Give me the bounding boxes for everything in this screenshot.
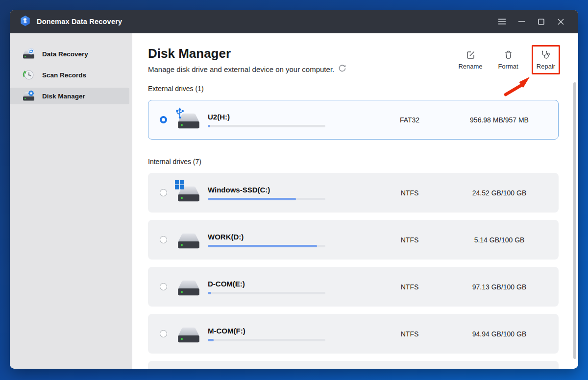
rename-label: Rename — [458, 63, 482, 70]
sidebar: Data Recovery Scan Records — [10, 33, 132, 369]
drive-row-partial[interactable] — [148, 361, 559, 369]
drive-name: Windows-SSD(C:) — [208, 186, 325, 194]
main-panel: Disk Manager Manage disk drive and exter… — [132, 33, 578, 369]
repair-label: Repair — [537, 63, 555, 70]
hard-drive-icon — [176, 230, 201, 250]
capacity-label: 24.52 GB/100 GB — [460, 189, 539, 197]
sidebar-item-scan-records[interactable]: Scan Records — [10, 67, 129, 83]
windows-drive-icon — [176, 183, 201, 203]
rename-button[interactable]: Rename — [456, 45, 485, 74]
sidebar-item-data-recovery[interactable]: Data Recovery — [10, 46, 129, 62]
radio-unselected[interactable] — [160, 189, 167, 196]
repair-button[interactable]: Repair — [532, 45, 560, 74]
minimize-button[interactable] — [512, 10, 531, 33]
drive-row-windows-ssd-c[interactable]: Windows-SSD(C:) NTFS 24.52 GB/100 GB — [148, 173, 559, 213]
close-icon — [558, 19, 564, 25]
capacity-label: 94.94 GB/100 GB — [460, 330, 539, 338]
page-subtitle: Manage disk drive and external device on… — [148, 65, 334, 73]
titlebar: Donemax Data Recovery — [10, 10, 578, 33]
format-trash-icon — [504, 50, 513, 61]
capacity-label: 5.14 GB/100 GB — [460, 236, 539, 244]
capacity-label: 97.13 GB/100 GB — [460, 283, 539, 291]
filesystem-label: NTFS — [380, 236, 439, 244]
drive-name: D-COM(E:) — [208, 280, 325, 288]
drive-name: U2(H:) — [208, 113, 325, 121]
sidebar-item-label: Disk Manager — [42, 93, 85, 100]
hamburger-menu-icon — [498, 19, 506, 24]
sidebar-item-label: Data Recovery — [42, 50, 88, 58]
refresh-icon[interactable] — [338, 64, 346, 74]
filesystem-label: NTFS — [380, 283, 439, 291]
close-button[interactable] — [551, 10, 570, 33]
filesystem-label: NTFS — [380, 189, 439, 197]
app-window: Donemax Data Recovery — [10, 10, 578, 369]
usb-drive-icon — [176, 110, 201, 130]
format-button[interactable]: Format — [494, 45, 522, 74]
repair-stethoscope-icon — [541, 50, 551, 61]
radio-unselected[interactable] — [160, 283, 167, 290]
radio-selected[interactable] — [160, 116, 167, 123]
external-drives-section-label: External drives (1) — [148, 85, 559, 93]
drive-name: WORK(D:) — [208, 233, 325, 241]
maximize-icon — [538, 19, 544, 25]
format-label: Format — [498, 63, 518, 70]
usage-bar — [208, 198, 325, 200]
drive-row-work-d[interactable]: WORK(D:) NTFS 5.14 GB/100 GB — [148, 220, 559, 260]
page-title: Disk Manager — [148, 45, 346, 62]
drive-row-d-com-e[interactable]: D-COM(E:) NTFS 97.13 GB/100 GB — [148, 267, 559, 307]
app-title: Donemax Data Recovery — [37, 18, 122, 25]
drive-name: M-COM(F:) — [208, 327, 325, 335]
maximize-button[interactable] — [531, 10, 551, 33]
usb-symbol-icon — [175, 107, 185, 121]
scrollbar-thumb[interactable] — [573, 82, 576, 359]
menu-button[interactable] — [492, 10, 512, 33]
rename-edit-icon — [466, 50, 475, 61]
hard-drive-icon — [176, 277, 201, 297]
scan-records-clock-icon — [22, 69, 35, 81]
capacity-label: 956.98 MB/957 MB — [460, 116, 539, 124]
windows-logo-icon — [175, 180, 184, 191]
sidebar-item-disk-manager[interactable]: Disk Manager — [10, 88, 129, 104]
usage-bar — [208, 245, 325, 247]
internal-drives-section-label: Internal drives (7) — [148, 158, 559, 166]
data-recovery-drive-icon — [22, 48, 35, 60]
usage-bar — [208, 339, 325, 341]
radio-unselected[interactable] — [160, 236, 167, 243]
minimize-icon — [518, 21, 525, 22]
page-header: Disk Manager Manage disk drive and exter… — [148, 33, 559, 74]
usage-bar — [208, 125, 325, 127]
app-logo-icon — [20, 15, 31, 28]
sidebar-item-label: Scan Records — [42, 71, 86, 79]
drive-row-m-com-f[interactable]: M-COM(F:) NTFS 94.94 GB/100 GB — [148, 314, 559, 354]
window-controls — [492, 10, 570, 33]
filesystem-label: FAT32 — [380, 116, 439, 124]
filesystem-label: NTFS — [380, 330, 439, 338]
desktop-background: Donemax Data Recovery — [0, 0, 588, 380]
radio-unselected[interactable] — [160, 330, 167, 337]
drive-row-u2[interactable]: U2(H:) FAT32 956.98 MB/957 MB — [148, 100, 559, 140]
usage-bar — [208, 292, 325, 294]
hard-drive-icon — [176, 324, 201, 344]
disk-manager-gear-icon — [22, 90, 35, 102]
toolbar: Rename Format — [456, 45, 560, 74]
